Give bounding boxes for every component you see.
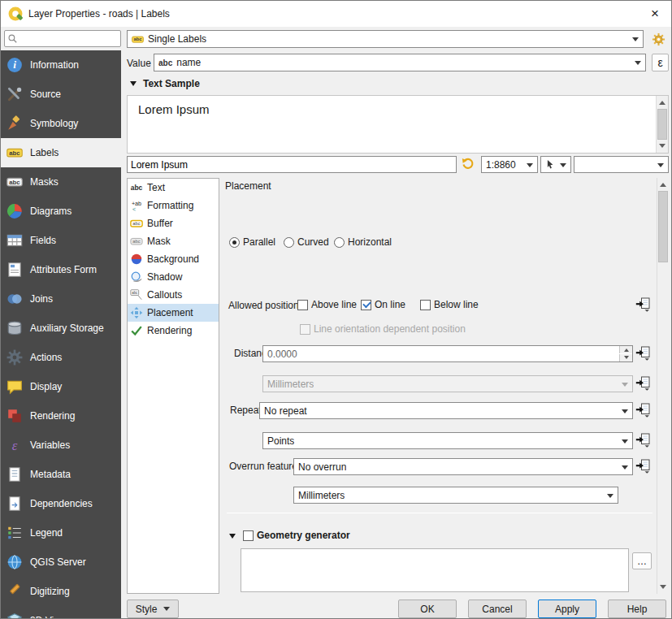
overrun-value: No overrun — [298, 461, 346, 473]
text-sample-collapse-toggle[interactable] — [130, 81, 137, 89]
overrun-select[interactable]: No overrun — [293, 458, 633, 475]
chevron-down-icon — [163, 607, 170, 614]
labeling-mode-select[interactable]: abc Single Labels — [127, 30, 644, 48]
sidebar-item-digitizing[interactable]: Digitizing — [1, 577, 121, 606]
checkbox-box — [297, 300, 308, 310]
chevron-down-icon — [607, 494, 613, 501]
expression-dialog-button[interactable]: … — [632, 552, 652, 569]
svg-text:abc: abc — [132, 221, 140, 226]
sidebar-item-display[interactable]: Display — [1, 372, 121, 401]
scroll-down-button[interactable] — [657, 140, 668, 153]
auto-placement-gear-icon — [652, 32, 665, 46]
arrow-down-icon — [659, 144, 665, 151]
sidebar-item-joins[interactable]: Joins — [1, 284, 121, 314]
radio-parallel[interactable]: Parallel — [229, 236, 275, 248]
sidebar-item-metadata[interactable]: Metadata — [1, 460, 121, 489]
sidebar-item-information[interactable]: iInformation — [1, 50, 121, 80]
checkbox-line-orientation[interactable]: Line orientation dependent position — [300, 323, 466, 335]
apply-button[interactable]: Apply — [538, 600, 596, 618]
geometry-generator-collapse-toggle[interactable] — [229, 534, 236, 542]
search-box — [4, 30, 121, 47]
sidebar-item-diagrams[interactable]: Diagrams — [1, 197, 121, 226]
scale-value: 1:8860 — [486, 159, 516, 171]
cancel-button[interactable]: Cancel — [468, 600, 527, 618]
scale-select[interactable]: 1:8860 — [481, 156, 538, 173]
data-defined-override-button[interactable] — [635, 375, 651, 392]
geometry-generator-expression[interactable] — [241, 548, 629, 592]
chevron-down-icon — [635, 61, 641, 68]
value-label: Value — [127, 58, 151, 69]
sidebar-item-source[interactable]: Source — [1, 80, 121, 109]
sidebar-item-rendering[interactable]: Rendering — [1, 401, 121, 431]
label-tab-background[interactable]: Background — [128, 250, 219, 268]
data-defined-override-button[interactable] — [635, 297, 651, 313]
svg-text:abc: abc — [9, 149, 20, 157]
repeat-unit-select[interactable]: Points — [262, 432, 633, 449]
placement-tab-icon — [130, 306, 143, 319]
layer-properties-dialog: Layer Properties - roads | Labels × iInf… — [0, 0, 672, 619]
style-menu-button[interactable]: Style — [127, 600, 179, 618]
window-title: Layer Properties - roads | Labels — [28, 1, 170, 27]
automated-placement-settings-button[interactable] — [648, 30, 669, 48]
text-sample-scrollbar[interactable] — [656, 96, 668, 153]
checkbox-above-line[interactable]: Above line — [297, 299, 357, 310]
close-button[interactable]: × — [642, 1, 668, 27]
scroll-up-button[interactable] — [657, 178, 669, 191]
scroll-down-button[interactable] — [657, 581, 669, 594]
preview-background-select[interactable] — [574, 156, 669, 173]
panel-scrollbar[interactable] — [657, 178, 669, 594]
help-button[interactable]: Help — [608, 600, 666, 618]
sidebar-item-label: Labels — [30, 147, 59, 158]
panel-title: Placement — [225, 180, 271, 192]
distance-input[interactable]: 0.0000 — [262, 345, 633, 362]
overrun-unit-select[interactable]: Millimeters — [293, 487, 618, 504]
sidebar-item-fields[interactable]: Fields — [1, 226, 121, 255]
preview-text-input[interactable] — [127, 156, 457, 173]
scroll-up-button[interactable] — [657, 96, 668, 109]
scrollbar-thumb[interactable] — [658, 191, 668, 262]
label-tab-text[interactable]: abcText — [128, 179, 219, 197]
spin-up-button[interactable] — [619, 346, 632, 353]
label-tab-shadow[interactable]: Shadow — [128, 268, 219, 286]
data-defined-override-button[interactable] — [635, 458, 651, 474]
sidebar-item-actions[interactable]: Actions — [1, 343, 121, 372]
sidebar-item-labels[interactable]: abcLabels — [1, 138, 121, 167]
checkbox-on-line[interactable]: On line — [361, 299, 405, 310]
map-scale-capture-button[interactable] — [540, 156, 571, 173]
value-select[interactable]: abc name — [154, 54, 646, 71]
sidebar-item-3d-view[interactable]: 3D View — [1, 606, 121, 619]
callouts-tab-icon: abc — [130, 288, 143, 301]
sidebar-item-auxiliary-storage[interactable]: Auxiliary Storage — [1, 314, 121, 343]
label-tab-mask[interactable]: abcMask — [128, 232, 219, 250]
checkbox-below-line[interactable]: Below line — [420, 299, 479, 310]
diagrams-icon — [6, 202, 24, 220]
sidebar-item-variables[interactable]: εVariables — [1, 431, 121, 460]
checkbox-geometry-generator[interactable]: Geometry generator — [243, 530, 350, 541]
label-tab-placement[interactable]: Placement — [128, 304, 219, 322]
sidebar-item-masks[interactable]: abcMasks — [1, 167, 121, 197]
distance-unit-select[interactable]: Millimeters — [262, 375, 633, 392]
sidebar-item-qgis-server[interactable]: QGIS Server — [1, 548, 121, 577]
radio-horizontal[interactable]: Horizontal — [334, 236, 392, 248]
scrollbar-thumb[interactable] — [657, 109, 667, 140]
style-menu-label: Style — [136, 604, 158, 615]
label-tab-formatting[interactable]: +ab<Formatting — [128, 197, 219, 214]
data-defined-override-button[interactable] — [635, 402, 651, 418]
label-tab-rendering[interactable]: Rendering — [128, 322, 219, 340]
spin-down-button[interactable] — [619, 354, 632, 361]
reset-preview-button[interactable] — [459, 155, 477, 173]
sidebar-item-dependencies[interactable]: Dependencies — [1, 489, 121, 518]
label-tab-buffer[interactable]: abcBuffer — [128, 214, 219, 232]
label-tab-callouts[interactable]: abcCallouts — [128, 286, 219, 304]
data-defined-override-button[interactable] — [635, 345, 651, 361]
expression-builder-button[interactable]: ε — [652, 54, 669, 71]
sidebar-item-symbology[interactable]: Symbology — [1, 109, 121, 138]
radio-curved[interactable]: Curved — [284, 236, 329, 248]
sidebar-item-legend[interactable]: Legend — [1, 518, 121, 548]
search-input[interactable] — [20, 33, 118, 45]
sidebar-item-attributes-form[interactable]: Attributes Form — [1, 255, 121, 284]
data-defined-override-button[interactable] — [635, 432, 651, 448]
ok-button[interactable]: OK — [398, 600, 457, 618]
repeat-select[interactable]: No repeat — [259, 402, 633, 419]
radio-circle — [284, 237, 294, 248]
